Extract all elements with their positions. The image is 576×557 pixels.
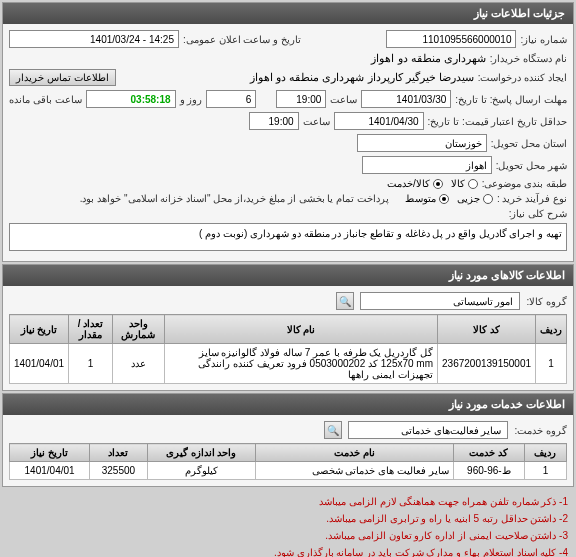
cell-qty: 1 — [69, 344, 113, 384]
panel-header: جزئیات اطلاعات نیاز — [3, 3, 573, 24]
panel-header: اطلاعات کالاهای مورد نیاز — [3, 265, 573, 286]
col-row: ردیف — [536, 315, 567, 344]
desc-label: شرح کلی نیاز: — [509, 208, 567, 219]
cell-unit: کیلوگرم — [147, 462, 255, 480]
contact-buyer-button[interactable]: اطلاعات تماس خریدار — [9, 69, 116, 86]
services-panel: اطلاعات خدمات مورد نیاز گروه خدمت: سایر … — [2, 393, 574, 487]
province-field: خوزستان — [357, 134, 487, 152]
description-box: تهیه و اجرای گادریل واقع در پل دغاغله و … — [9, 223, 567, 251]
need-details-panel: جزئیات اطلاعات نیاز شماره نیاز: 11010955… — [2, 2, 574, 262]
panel-title: اطلاعات کالاهای مورد نیاز — [449, 269, 565, 281]
radio-kala-khadamat[interactable]: کالا/خدمت — [387, 178, 443, 189]
table-row[interactable]: 1 ط-96-960 سایر فعالیت های خدماتی شخصی ک… — [10, 462, 567, 480]
cell-code: ط-96-960 — [453, 462, 524, 480]
panel-header: اطلاعات خدمات مورد نیاز — [3, 394, 573, 415]
notes-section: 1- ذکر شماره تلفن همراه جهت هماهنگی لازم… — [0, 489, 576, 557]
goods-group-field: امور تاسیساتی — [360, 292, 520, 310]
category-radio-group: کالا کالا/خدمت — [387, 178, 478, 189]
service-group-label: گروه خدمت: — [514, 425, 567, 436]
category-label: طبقه بندی موضوعی: — [482, 178, 567, 189]
radio-dot-on-icon — [433, 179, 443, 189]
cell-date: 1401/04/01 — [10, 462, 90, 480]
radio-dot-on-icon — [439, 194, 449, 204]
remaining-label: ساعت باقی مانده — [9, 94, 82, 105]
min-valid-time-field: 19:00 — [249, 112, 299, 130]
public-time-label: تاریخ و ساعت اعلان عمومی: — [183, 34, 301, 45]
panel-title: اطلاعات خدمات مورد نیاز — [449, 398, 565, 410]
buyer-label: نام دستگاه خریدار: — [490, 53, 567, 64]
need-no-field: 1101095566000010 — [386, 30, 516, 48]
radio-medium-label: متوسط — [405, 193, 436, 204]
radio-partial-label: جزیی — [457, 193, 480, 204]
search-icon[interactable]: 🔍 — [336, 292, 354, 310]
min-valid-label: حداقل تاریخ اعتبار قیمت: تا تاریخ: — [428, 116, 567, 127]
cell-row: 1 — [536, 344, 567, 384]
search-icon[interactable]: 🔍 — [324, 421, 342, 439]
cell-unit: عدد — [112, 344, 164, 384]
radio-dot-icon — [483, 194, 493, 204]
col-code: کد خدمت — [453, 444, 524, 462]
city-label: شهر محل تحویل: — [496, 160, 567, 171]
col-name: نام کالا — [164, 315, 437, 344]
proc-radio-group: جزیی متوسط — [405, 193, 493, 204]
cell-date: 1401/04/01 — [10, 344, 69, 384]
panel-body: گروه خدمت: سایر فعالیت‌های خدماتی 🔍 ردیف… — [3, 415, 573, 486]
radio-dot-icon — [468, 179, 478, 189]
cell-name: سایر فعالیت های خدماتی شخصی — [255, 462, 453, 480]
cell-row: 1 — [524, 462, 566, 480]
deadline-date-field: 1401/03/30 — [361, 90, 451, 108]
note-line: 2- داشتن حداقل رتبه 5 ابنیه یا راه و ترا… — [8, 510, 568, 527]
col-unit: واحد اندازه گیری — [147, 444, 255, 462]
col-code: کد کالا — [438, 315, 536, 344]
radio-medium[interactable]: متوسط — [405, 193, 449, 204]
proc-label: نوع فرآیند خرید : — [497, 193, 567, 204]
col-name: نام خدمت — [255, 444, 453, 462]
panel-title: جزئیات اطلاعات نیاز — [474, 7, 565, 19]
proc-note: پرداخت تمام یا بخشی از مبلغ خرید،از محل … — [80, 193, 389, 204]
note-line: 3- داشتن صلاحیت ایمنی از اداره کارو تعاو… — [8, 527, 568, 544]
panel-body: گروه کالا: امور تاسیساتی 🔍 ردیف کد کالا … — [3, 286, 573, 390]
col-qty: تعداد / مقدار — [69, 315, 113, 344]
cell-qty: 325500 — [90, 462, 147, 480]
days-field: 6 — [206, 90, 256, 108]
radio-kk-label: کالا/خدمت — [387, 178, 430, 189]
col-qty: تعداد — [90, 444, 147, 462]
buyer-value: شهرداری منطقه دو اهواز — [371, 52, 485, 65]
creator-label: ایجاد کننده درخواست: — [478, 72, 567, 83]
cell-code: 2367200139150001 — [438, 344, 536, 384]
day-label: روز و — [180, 94, 203, 105]
goods-table: ردیف کد کالا نام کالا واحد شمارش تعداد /… — [9, 314, 567, 384]
col-row: ردیف — [524, 444, 566, 462]
public-time-field: 14:25 - 1401/03/24 — [9, 30, 179, 48]
time-label-1: ساعت — [330, 94, 357, 105]
col-unit: واحد شمارش — [112, 315, 164, 344]
col-date: تاریخ نیاز — [10, 444, 90, 462]
radio-kala[interactable]: کالا — [451, 178, 478, 189]
note-line: 4- کلیه اسناد استعلام بهاء و مدارک شرکت … — [8, 544, 568, 557]
col-date: تاریخ نیاز — [10, 315, 69, 344]
city-field: اهواز — [362, 156, 492, 174]
goods-panel: اطلاعات کالاهای مورد نیاز گروه کالا: امو… — [2, 264, 574, 391]
radio-partial[interactable]: جزیی — [457, 193, 493, 204]
services-table: ردیف کد خدمت نام خدمت واحد اندازه گیری ت… — [9, 443, 567, 480]
goods-group-label: گروه کالا: — [526, 296, 567, 307]
cell-name: گل گاردریل یک طرفه با عمر 7 ساله فولاد گ… — [164, 344, 437, 384]
remaining-time-field: 03:58:18 — [86, 90, 176, 108]
province-label: استان محل تحویل: — [491, 138, 567, 149]
note-line: 1- ذکر شماره تلفن همراه جهت هماهنگی لازم… — [8, 493, 568, 510]
time-label-2: ساعت — [303, 116, 330, 127]
need-no-label: شماره نیاز: — [520, 34, 567, 45]
deadline-time-field: 19:00 — [276, 90, 326, 108]
service-group-field: سایر فعالیت‌های خدماتی — [348, 421, 508, 439]
table-row[interactable]: 1 2367200139150001 گل گاردریل یک طرفه با… — [10, 344, 567, 384]
min-valid-date-field: 1401/04/30 — [334, 112, 424, 130]
deadline-label: مهلت ارسال پاسخ: تا تاریخ: — [455, 94, 567, 105]
radio-kala-label: کالا — [451, 178, 465, 189]
creator-value: سیدرضا خیرگیر کارپرداز شهرداری منطقه دو … — [250, 71, 473, 84]
panel-body: شماره نیاز: 1101095566000010 تاریخ و ساع… — [3, 24, 573, 261]
